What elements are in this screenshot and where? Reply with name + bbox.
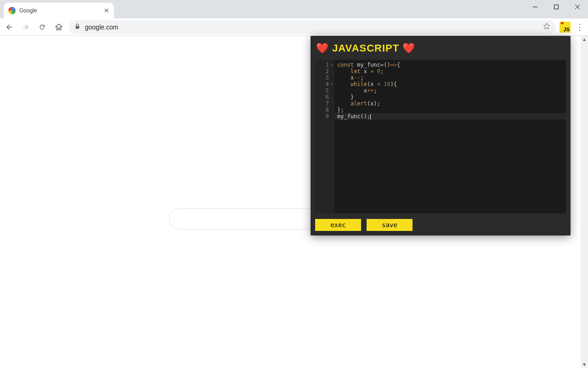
line-number: 1: [319, 62, 329, 68]
js-extension-popup: ❤️ JAVASCRIPT ❤️ 123456789 const my_func…: [311, 36, 571, 236]
line-number-gutter: 123456789: [315, 60, 334, 213]
code-line[interactable]: };: [337, 107, 563, 113]
browser-tab[interactable]: Google ✕: [4, 3, 114, 18]
code-editor[interactable]: 123456789 const my_func=()=>{ let x = 0;…: [315, 60, 566, 213]
close-tab-icon[interactable]: ✕: [104, 7, 109, 14]
close-window-icon[interactable]: [567, 0, 588, 14]
chrome-menu-icon[interactable]: ⋮: [574, 22, 585, 32]
back-button[interactable]: [3, 21, 16, 34]
code-line[interactable]: let x = 0;: [337, 68, 563, 75]
line-number: 2: [319, 68, 329, 75]
scroll-up-icon[interactable]: ▲: [582, 36, 587, 43]
popup-title-text: JAVASCRIPT: [332, 42, 399, 54]
forward-button[interactable]: [19, 21, 32, 34]
browser-toolbar: google.com JS ⋮: [0, 18, 588, 36]
ext-icon-label: JS: [564, 27, 570, 32]
scroll-down-icon[interactable]: ▼: [582, 361, 587, 368]
line-number: 8: [319, 107, 329, 113]
address-bar[interactable]: google.com: [69, 20, 556, 34]
svg-rect-1: [554, 5, 559, 9]
page-viewport: ▲ ▼ ❤️ JAVASCRIPT ❤️ 123456789 const my_…: [0, 36, 588, 368]
line-number: 6: [319, 94, 329, 100]
maximize-icon[interactable]: [546, 0, 567, 14]
code-line[interactable]: x++;: [337, 87, 563, 94]
reload-button[interactable]: [36, 21, 49, 34]
text-cursor: [370, 114, 371, 120]
line-number: 5: [319, 87, 329, 94]
line-number: 4: [319, 81, 329, 87]
exec-button[interactable]: exec: [315, 219, 361, 231]
url-text: google.com: [85, 23, 118, 31]
google-favicon-icon: [8, 7, 16, 14]
code-line[interactable]: const my_func=()=>{: [337, 62, 563, 68]
window-titlebar: Google ✕: [0, 0, 588, 18]
bookmark-star-icon[interactable]: [543, 23, 550, 31]
line-number: 9: [319, 113, 329, 120]
popup-title: ❤️ JAVASCRIPT ❤️: [315, 40, 566, 60]
code-line[interactable]: while(x < 10){: [337, 81, 563, 87]
line-number: 7: [319, 100, 329, 107]
js-extension-icon[interactable]: JS: [560, 22, 571, 33]
code-line[interactable]: alert(x);: [337, 100, 563, 107]
code-line[interactable]: my_func();: [337, 113, 563, 120]
vertical-scrollbar[interactable]: ▲ ▼: [581, 36, 588, 368]
code-area[interactable]: const my_func=()=>{ let x = 0; x--; whil…: [334, 60, 566, 213]
heart-icon: ❤️: [316, 42, 329, 54]
popup-actions: exec save: [315, 213, 566, 231]
window-controls: [525, 0, 588, 18]
minimize-icon[interactable]: [525, 0, 546, 14]
heart-icon: ❤️: [402, 42, 415, 54]
save-button[interactable]: save: [367, 219, 413, 231]
home-button[interactable]: [52, 21, 65, 34]
code-line[interactable]: }: [337, 94, 563, 100]
tab-title: Google: [19, 7, 37, 14]
code-line[interactable]: x--;: [337, 75, 563, 81]
lock-icon: [74, 23, 80, 31]
line-number: 3: [319, 75, 329, 81]
